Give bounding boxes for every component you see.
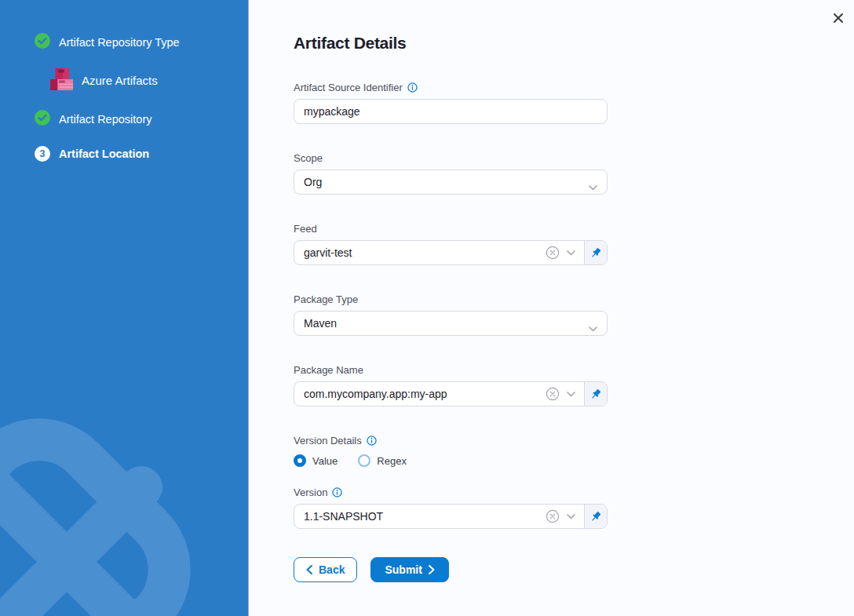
clear-button[interactable] (546, 509, 560, 523)
step-label: Artifact Repository Type (59, 36, 180, 49)
scope-select[interactable] (294, 169, 608, 195)
chevron-down-icon (567, 514, 575, 519)
version-details-radio-group: Value Regex (294, 454, 608, 467)
feed-combobox-input[interactable] (294, 241, 546, 264)
back-button-label: Back (319, 563, 345, 576)
pin-button[interactable] (584, 505, 607, 528)
clear-icon (546, 387, 560, 401)
field-label: Package Type (294, 293, 358, 305)
package-type-select[interactable] (294, 311, 608, 336)
clear-icon (546, 246, 560, 260)
pin-button[interactable] (584, 382, 607, 406)
sidebar-step-artifact-repository[interactable]: Artifact Repository (35, 110, 248, 129)
submit-button[interactable]: Submit (370, 557, 448, 582)
artifact-details-panel: Artifact Details Artifact Source Identif… (249, 0, 854, 616)
chevron-down-icon (567, 392, 575, 397)
field-version-details: Version Details Value Regex (294, 435, 608, 467)
radio-unselected-icon[interactable] (358, 454, 370, 467)
step-label: Artifact Location (59, 148, 149, 160)
dropdown-toggle[interactable] (567, 250, 575, 256)
wizard-sidebar: Artifact Repository Type Azure Artifacts (0, 0, 249, 616)
chevron-right-icon (429, 565, 435, 574)
pin-icon (589, 510, 602, 523)
azure-artifacts-icon (49, 65, 74, 95)
field-artifact-source-identifier: Artifact Source Identifier (294, 82, 608, 124)
field-feed: Feed (294, 223, 608, 265)
check-circle-icon (35, 33, 50, 52)
close-icon (832, 12, 845, 24)
artifact-source-identifier-input[interactable] (294, 99, 608, 124)
harness-logo-watermark (0, 393, 249, 616)
version-combobox-input[interactable] (294, 505, 546, 528)
chevron-left-icon (306, 565, 312, 574)
info-icon[interactable] (407, 82, 418, 93)
dropdown-toggle[interactable] (567, 392, 575, 397)
field-version: Version (294, 487, 608, 529)
field-package-name: Package Name (294, 364, 608, 406)
radio-option-regex[interactable]: Regex (358, 454, 407, 467)
field-label: Scope (294, 152, 323, 164)
field-package-type: Package Type (294, 293, 608, 336)
clear-icon (546, 509, 560, 523)
sidebar-step-artifact-location[interactable]: 3 Artifact Location (35, 146, 248, 162)
dropdown-toggle[interactable] (567, 514, 575, 519)
info-icon[interactable] (367, 436, 377, 446)
pin-icon (589, 246, 602, 260)
step-label: Artifact Repository (59, 113, 151, 126)
submit-button-label: Submit (385, 563, 422, 576)
sidebar-selected-repository: Azure Artifacts (49, 65, 248, 95)
radio-selected-icon[interactable] (294, 454, 306, 467)
page-title: Artifact Details (294, 33, 854, 53)
field-label: Feed (294, 223, 317, 235)
radio-option-value[interactable]: Value (294, 454, 338, 467)
info-icon[interactable] (332, 487, 342, 498)
pin-button[interactable] (584, 241, 607, 264)
field-label: Version (294, 487, 327, 498)
selected-repository-label: Azure Artifacts (82, 74, 158, 87)
back-button[interactable]: Back (294, 557, 357, 582)
radio-label: Value (312, 455, 338, 467)
field-label: Package Name (294, 364, 363, 376)
field-label: Artifact Source Identifier (294, 82, 403, 93)
step-number-badge: 3 (35, 146, 50, 162)
clear-button[interactable] (546, 246, 560, 260)
wizard-steps: Artifact Repository Type Azure Artifacts (0, 0, 248, 162)
field-scope: Scope (294, 152, 608, 195)
radio-label: Regex (377, 455, 407, 467)
close-button[interactable] (830, 9, 847, 27)
clear-button[interactable] (546, 387, 560, 401)
pin-icon (589, 388, 602, 401)
sidebar-step-artifact-repository-type[interactable]: Artifact Repository Type (35, 33, 248, 52)
check-circle-icon (35, 110, 50, 129)
package-name-combobox-input[interactable] (294, 382, 546, 406)
field-label: Version Details (294, 435, 362, 447)
chevron-down-icon (567, 250, 575, 256)
action-buttons: Back Submit (294, 557, 854, 582)
